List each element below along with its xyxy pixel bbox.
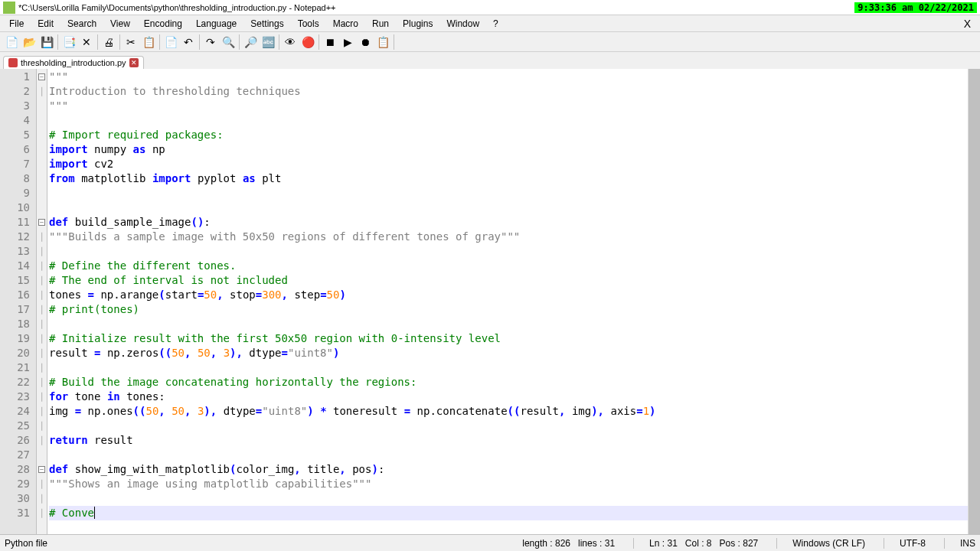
toolbar-separator [394, 34, 394, 50]
menu-help[interactable]: ? [487, 17, 505, 31]
toolbar-button-19[interactable]: 📋 [374, 34, 391, 51]
title-bar: *C:\Users\Lorilla Family\Documents\pytho… [0, 0, 980, 15]
status-caret: Ln : 31 Col : 8 Pos : 827 [633, 538, 758, 549]
toolbar-button-1[interactable]: 📂 [21, 34, 38, 51]
menu-window[interactable]: Window [440, 17, 485, 31]
file-tab[interactable]: thresholding_introduction.py ✕ [3, 56, 144, 69]
toolbar-button-7[interactable]: 📋 [140, 34, 157, 51]
window-close-button[interactable]: X [958, 16, 977, 31]
toolbar-button-18[interactable]: ⏺ [357, 34, 374, 51]
toolbar-button-0[interactable]: 📄 [3, 34, 20, 51]
toolbar-button-3[interactable]: 📑 [60, 34, 77, 51]
toolbar-separator [97, 34, 98, 50]
menu-language[interactable]: Language [190, 17, 243, 31]
toolbar-separator [159, 34, 160, 50]
toolbar-separator [279, 34, 279, 50]
tab-label: thresholding_introduction.py [21, 58, 126, 67]
menu-run[interactable]: Run [366, 17, 395, 31]
toolbar-button-9[interactable]: ↶ [180, 34, 197, 51]
toolbar-button-16[interactable]: ⏹ [322, 34, 338, 51]
menu-encoding[interactable]: Encoding [138, 17, 188, 31]
status-bar: Python file length : 826 lines : 31 Ln :… [0, 534, 980, 551]
toolbar-button-11[interactable]: 🔍 [220, 34, 237, 51]
toolbar-button-13[interactable]: 🔤 [260, 34, 276, 51]
window-title: *C:\Users\Lorilla Family\Documents\pytho… [18, 3, 854, 12]
status-length: length : 826 lines : 31 [522, 538, 615, 549]
fold-toggle-icon[interactable]: − [38, 219, 45, 226]
menu-plugins[interactable]: Plugins [397, 17, 439, 31]
line-number-gutter: 1234567891011121314151617181920212223242… [0, 69, 37, 534]
toolbar-button-17[interactable]: ▶ [339, 34, 356, 51]
toolbar-button-6[interactable]: ✂ [122, 34, 139, 51]
file-modified-icon [8, 58, 18, 67]
menu-macro[interactable]: Macro [327, 17, 364, 31]
code-content[interactable]: """Introduction to thresholding techniqu… [47, 69, 968, 534]
status-insert-mode: INS [944, 538, 975, 549]
status-language: Python file [5, 538, 47, 549]
menu-tools[interactable]: Tools [292, 17, 325, 31]
toolbar-button-2[interactable]: 💾 [38, 34, 55, 51]
tab-close-icon[interactable]: ✕ [129, 58, 139, 67]
toolbar-button-15[interactable]: 🔴 [299, 34, 316, 51]
toolbar-button-5[interactable]: 🖨 [100, 34, 117, 51]
timestamp-overlay: 9:33:36 am 02/22/2021 [854, 2, 977, 13]
toolbar-separator [199, 34, 200, 50]
scrollbar-thumb[interactable] [969, 69, 980, 534]
menu-settings[interactable]: Settings [244, 17, 289, 31]
toolbar-button-8[interactable]: 📄 [162, 34, 179, 51]
toolbar-button-10[interactable]: ↷ [202, 34, 219, 51]
vertical-scrollbar[interactable] [968, 69, 980, 534]
toolbar-separator [239, 34, 240, 50]
menu-edit[interactable]: Edit [31, 17, 60, 31]
status-encoding: UTF-8 [884, 538, 926, 549]
toolbar-button-14[interactable]: 👁 [282, 34, 299, 51]
menu-search[interactable]: Search [61, 17, 103, 31]
menu-bar: File Edit Search View Encoding Language … [0, 15, 980, 32]
fold-toggle-icon[interactable]: − [38, 73, 45, 80]
tab-bar: thresholding_introduction.py ✕ [0, 52, 980, 69]
fold-toggle-icon[interactable]: − [38, 466, 45, 473]
fold-column[interactable]: −│ −│││││││││││││││ −│││ [37, 69, 47, 534]
toolbar: 📄📂💾📑✕🖨✂📋📄↶↷🔍🔎🔤👁🔴⏹▶⏺📋 [0, 32, 980, 52]
editor-area[interactable]: 1234567891011121314151617181920212223242… [0, 69, 980, 534]
toolbar-separator [57, 34, 58, 50]
menu-view[interactable]: View [104, 17, 136, 31]
toolbar-button-12[interactable]: 🔎 [242, 34, 259, 51]
toolbar-separator [119, 34, 120, 50]
menu-file[interactable]: File [3, 17, 30, 31]
app-icon [3, 2, 15, 14]
status-eol: Windows (CR LF) [776, 538, 865, 549]
toolbar-separator [318, 34, 319, 50]
toolbar-button-4[interactable]: ✕ [78, 34, 95, 51]
